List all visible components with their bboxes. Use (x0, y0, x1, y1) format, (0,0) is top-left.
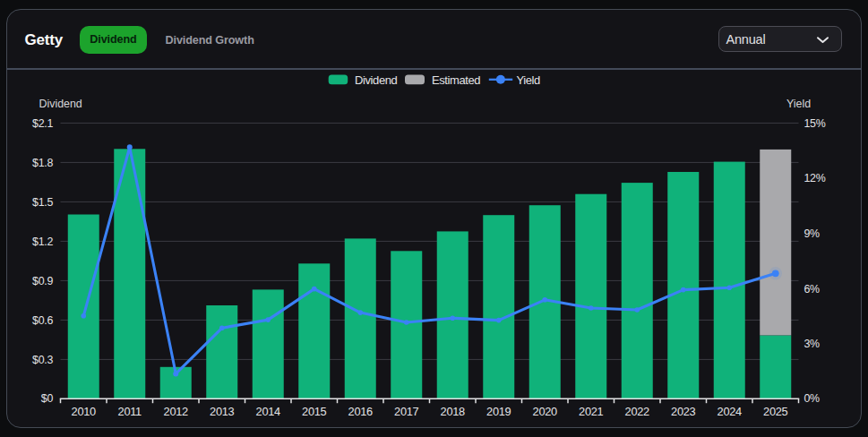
svg-text:6%: 6% (804, 283, 821, 296)
svg-text:$1.8: $1.8 (32, 157, 53, 169)
svg-text:$0.9: $0.9 (32, 275, 53, 287)
svg-text:2013: 2013 (210, 405, 234, 418)
svg-text:3%: 3% (804, 338, 821, 350)
svg-text:$0.3: $0.3 (32, 354, 53, 366)
svg-text:2019: 2019 (486, 405, 511, 418)
svg-text:$0.6: $0.6 (32, 314, 53, 327)
svg-text:2016: 2016 (348, 405, 373, 418)
svg-text:2020: 2020 (533, 405, 557, 418)
svg-text:2014: 2014 (256, 405, 280, 418)
svg-text:$2.1: $2.1 (32, 117, 53, 130)
svg-text:2010: 2010 (72, 405, 96, 418)
svg-text:$1.2: $1.2 (32, 236, 53, 248)
svg-text:2011: 2011 (118, 405, 142, 418)
svg-text:12%: 12% (804, 172, 826, 184)
svg-text:Dividend: Dividend (355, 73, 398, 87)
svg-text:2025: 2025 (763, 405, 787, 418)
svg-text:Yield: Yield (517, 73, 541, 87)
svg-text:0%: 0% (804, 392, 821, 405)
svg-text:2012: 2012 (164, 405, 188, 418)
svg-text:15%: 15% (804, 117, 826, 130)
svg-text:2022: 2022 (625, 405, 649, 418)
svg-text:2021: 2021 (579, 405, 603, 418)
svg-text:Dividend: Dividend (39, 98, 82, 110)
svg-text:$1.5: $1.5 (32, 196, 53, 209)
svg-text:Yield: Yield (786, 98, 811, 110)
svg-text:2023: 2023 (671, 405, 695, 418)
svg-text:2015: 2015 (302, 405, 326, 418)
svg-text:2024: 2024 (718, 405, 742, 418)
svg-text:Estimated: Estimated (432, 73, 480, 87)
svg-text:$0: $0 (41, 392, 54, 405)
svg-text:2017: 2017 (394, 405, 418, 418)
svg-text:9%: 9% (804, 227, 821, 240)
svg-text:2018: 2018 (441, 405, 465, 418)
